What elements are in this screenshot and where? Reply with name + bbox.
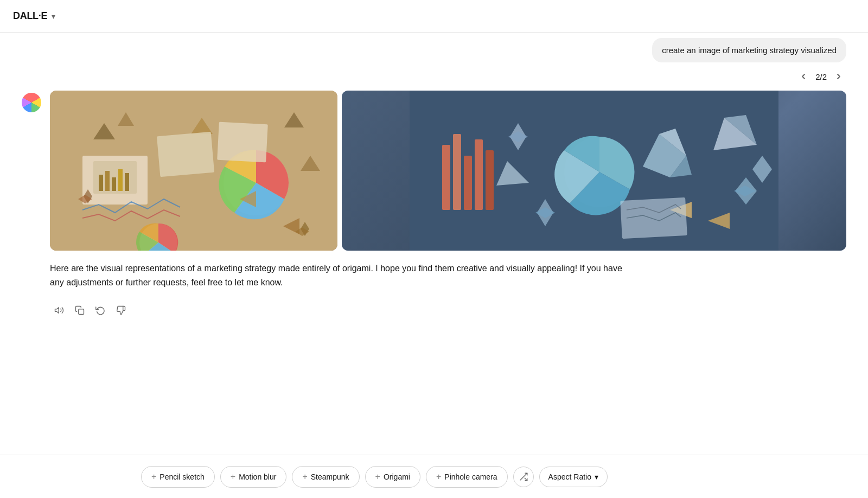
suggestion-motion-blur[interactable]: + Motion blur xyxy=(220,466,287,488)
nav-row: 2/2 xyxy=(0,62,868,91)
image-left-svg xyxy=(50,91,337,251)
header: DALL·E ▾ xyxy=(0,0,868,33)
thumbs-down-button[interactable] xyxy=(112,301,130,320)
aspect-ratio-label: Aspect Ratio xyxy=(548,473,591,481)
regenerate-button[interactable] xyxy=(91,301,110,320)
avatar xyxy=(22,93,41,112)
suggestion-label-pencil-sketch: Pencil sketch xyxy=(159,473,204,481)
svg-rect-16 xyxy=(217,122,268,163)
shuffle-icon xyxy=(519,472,528,482)
action-buttons xyxy=(50,301,846,320)
image-right-visual xyxy=(342,91,846,251)
svg-rect-6 xyxy=(118,169,123,191)
user-message-bubble: create an image of marketing strategy vi… xyxy=(652,38,846,62)
chevron-right-icon xyxy=(834,72,843,81)
svg-rect-28 xyxy=(464,156,472,210)
svg-marker-48 xyxy=(55,308,59,314)
plus-icon-origami: + xyxy=(375,472,380,482)
plus-icon-pinhole: + xyxy=(436,472,441,482)
thumbs-down-icon xyxy=(116,305,126,315)
suggestion-pencil-sketch[interactable]: + Pencil sketch xyxy=(141,466,215,488)
generated-image-right[interactable] xyxy=(342,91,846,251)
user-message-text: create an image of marketing strategy vi… xyxy=(662,46,837,55)
shuffle-button[interactable] xyxy=(513,467,534,487)
svg-rect-7 xyxy=(125,173,129,191)
app-title: DALL·E xyxy=(13,10,47,22)
speaker-button[interactable] xyxy=(50,301,68,320)
chevron-left-icon xyxy=(799,72,808,81)
main-content: create an image of marketing strategy vi… xyxy=(0,33,868,498)
refresh-icon xyxy=(95,305,105,315)
generated-image-left[interactable] xyxy=(50,91,337,251)
suggestion-pinhole-camera[interactable]: + Pinhole camera xyxy=(426,466,508,488)
ai-content: Here are the visual representations of a… xyxy=(50,91,846,336)
suggestion-steampunk[interactable]: + Steampunk xyxy=(292,466,359,488)
images-row xyxy=(50,91,846,251)
svg-rect-26 xyxy=(442,145,450,210)
svg-rect-44 xyxy=(620,197,687,239)
next-arrow[interactable] xyxy=(831,69,846,84)
svg-rect-5 xyxy=(112,177,116,191)
image-left-visual xyxy=(50,91,337,251)
svg-rect-49 xyxy=(79,309,84,315)
response-text: Here are the visual representations of a… xyxy=(50,261,625,290)
ai-response-container: Here are the visual representations of a… xyxy=(0,91,868,336)
plus-icon-pencil: + xyxy=(151,472,156,482)
svg-rect-15 xyxy=(157,132,214,177)
copy-icon xyxy=(75,305,85,315)
svg-rect-3 xyxy=(99,175,103,191)
copy-button[interactable] xyxy=(71,301,89,320)
suggestion-label-steampunk: Steampunk xyxy=(311,473,349,481)
speaker-icon xyxy=(54,305,64,315)
svg-rect-27 xyxy=(453,134,461,210)
suggestions-bar: + Pencil sketch + Motion blur + Steampun… xyxy=(0,455,868,498)
suggestion-origami[interactable]: + Origami xyxy=(365,466,420,488)
nav-counter: 2/2 xyxy=(815,72,827,81)
svg-rect-29 xyxy=(475,139,483,210)
avatar-container xyxy=(22,93,41,112)
suggestion-label-pinhole-camera: Pinhole camera xyxy=(444,473,497,481)
user-message-container: create an image of marketing strategy vi… xyxy=(0,33,868,62)
svg-rect-30 xyxy=(486,150,494,210)
plus-icon-steampunk: + xyxy=(302,472,307,482)
aspect-ratio-button[interactable]: Aspect Ratio ▾ xyxy=(539,467,608,487)
plus-icon-motion: + xyxy=(231,472,235,482)
suggestion-label-motion-blur: Motion blur xyxy=(239,473,276,481)
app-dropdown-chevron[interactable]: ▾ xyxy=(52,12,55,21)
aspect-ratio-chevron: ▾ xyxy=(595,473,598,481)
suggestion-label-origami: Origami xyxy=(384,473,410,481)
prev-arrow[interactable] xyxy=(796,69,811,84)
svg-rect-4 xyxy=(105,171,110,191)
image-right-svg xyxy=(342,91,846,251)
